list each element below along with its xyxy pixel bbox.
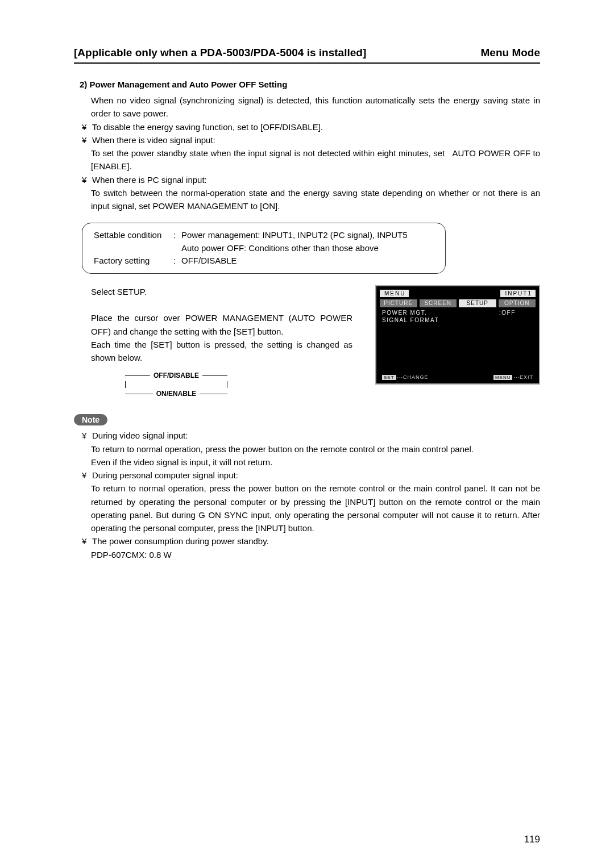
bullet-item: ¥ When there is video signal input: <box>82 133 540 147</box>
settings-box: Settable condition : Power management: I… <box>82 223 446 274</box>
menu-item[interactable]: SIGNAL FORMAT <box>380 316 536 324</box>
menu-title-badge: MENU <box>380 290 409 297</box>
footer-left-text: ···CHANGE <box>397 374 429 380</box>
settings-sep: : <box>173 254 181 268</box>
bullet-item: ¥ To disable the energy saving function,… <box>82 120 540 133</box>
menu-item-value: :OFF <box>499 310 533 316</box>
note-bullet: ¥ The power consumption during power sta… <box>82 535 540 548</box>
cycle-top: OFF/DISABLE <box>150 370 202 381</box>
bullet-subtext: To switch between the normal-operation s… <box>91 186 540 213</box>
section-title: 2) Power Management and Auto Power OFF S… <box>80 80 540 89</box>
note-bullet: ¥ During video signal input: <box>82 429 540 442</box>
tab-picture[interactable]: PICTURE <box>380 299 417 307</box>
note-line: To return to normal operation, press the… <box>91 482 540 535</box>
set-key-icon: SET <box>382 375 396 380</box>
menu-tabs: PICTURE SCREEN SETUP OPTION <box>380 299 536 307</box>
menu-item-label: POWER MGT. <box>382 310 499 316</box>
cycle-bottom: ON/ENABLE <box>153 389 200 399</box>
menu-input-badge: INPUT1 <box>500 290 536 297</box>
settings-sep: : <box>173 229 181 242</box>
note-bullet: ¥ During personal computer signal input: <box>82 469 540 482</box>
header-left: [Applicable only when a PDA-5003/PDA-500… <box>74 47 366 59</box>
menu-item-label: SIGNAL FORMAT <box>382 317 499 323</box>
note-head: The power consumption during power stand… <box>92 535 540 548</box>
bullet-text: To disable the energy saving function, s… <box>92 120 540 133</box>
intro-text: When no video signal (synchronizing sign… <box>91 94 540 120</box>
instruction-p2: Place the cursor over POWER MANAGEMENT (… <box>91 311 352 338</box>
cycle-diagram: OFF/DISABLE ON/ENABLE <box>125 370 227 399</box>
bullet-glyph: ¥ <box>82 535 90 548</box>
bullet-glyph: ¥ <box>82 120 90 133</box>
page-number: 119 <box>524 834 540 845</box>
bullet-glyph: ¥ <box>82 173 90 186</box>
osd-menu: MENU INPUT1 PICTURE SCREEN SETUP OPTION … <box>375 285 540 385</box>
bullet-item: ¥ When there is PC signal input: <box>82 173 540 186</box>
bullet-glyph: ¥ <box>82 133 90 147</box>
footer-right-text: ···EXIT <box>513 374 533 380</box>
settings-value: OFF/DISABLE <box>181 254 237 268</box>
tab-screen[interactable]: SCREEN <box>420 299 457 307</box>
settings-label: Settable condition <box>94 229 173 242</box>
page-header: [Applicable only when a PDA-5003/PDA-500… <box>74 47 540 64</box>
menu-item-value <box>499 317 533 323</box>
header-right: Menu Mode <box>481 47 541 59</box>
tab-setup[interactable]: SETUP <box>459 299 496 307</box>
note-pill: Note <box>74 414 107 425</box>
tab-option[interactable]: OPTION <box>499 299 536 307</box>
menu-footer: SET···CHANGE MENU···EXIT <box>382 374 533 380</box>
note-head: During personal computer signal input: <box>92 469 540 482</box>
bullet-subtext: To set the power standby state when the … <box>91 147 540 173</box>
instruction-p1: Select SETUP. <box>91 285 352 298</box>
menu-key-icon: MENU <box>493 375 513 380</box>
bullet-glyph: ¥ <box>82 469 90 482</box>
instruction-p3: Each time the [SET] button is pressed, t… <box>91 338 352 365</box>
menu-item[interactable]: POWER MGT. :OFF <box>380 309 536 316</box>
settings-value: Auto power OFF: Conditions other than th… <box>181 242 379 255</box>
bullet-text: When there is PC signal input: <box>92 173 540 186</box>
settings-value: Power management: INPUT1, INPUT2 (PC sig… <box>181 229 408 242</box>
bullet-glyph: ¥ <box>82 429 90 442</box>
note-line: PDP-607CMX: 0.8 W <box>91 548 540 561</box>
settings-label: Factory setting <box>94 254 173 268</box>
note-line: Even if the video signal is input, it wi… <box>91 456 540 469</box>
bullet-text: When there is video signal input: <box>92 133 540 147</box>
note-line: To return to normal operation, press the… <box>91 443 540 456</box>
note-head: During video signal input: <box>92 429 540 442</box>
